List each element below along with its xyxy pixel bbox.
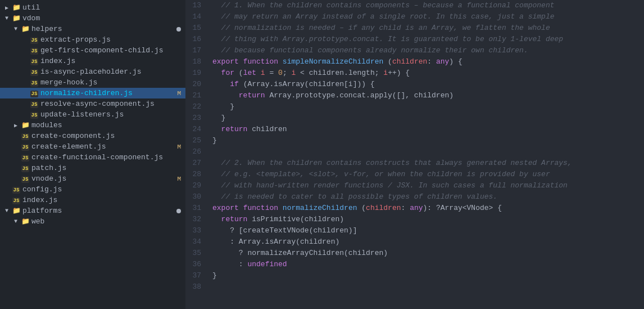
folder-icon: 📁 [11, 3, 21, 12]
sidebar-item-vnode[interactable]: JSvnode.jsM [0, 173, 185, 184]
code-line-content: // with hand-written render functions / … [208, 180, 644, 191]
file-label: extract-props.js [39, 35, 185, 44]
token: = [265, 69, 278, 77]
token: export [212, 57, 239, 66]
token [212, 91, 239, 100]
sidebar-item-normalize-children[interactable]: JSnormalize-children.jsM [0, 88, 185, 98]
token: if [230, 80, 239, 88]
file-label: index.js [21, 196, 185, 204]
line-number: 36 [185, 259, 208, 270]
code-row: 15 // normalization is needed – if any c… [185, 23, 644, 34]
code-line-content: // is needed to cater to all possible ty… [208, 191, 644, 203]
sidebar-item-vdom[interactable]: ▼📁vdom [0, 13, 185, 24]
line-number: 17 [185, 45, 208, 56]
sidebar-item-helpers[interactable]: ▼📁helpers [0, 24, 185, 34]
sidebar-item-resolve-async[interactable]: JSresolve-async-component.js [0, 98, 185, 109]
file-label: update-listeners.js [39, 110, 185, 119]
file-label: config.js [21, 185, 185, 194]
token [212, 69, 221, 77]
sidebar-item-create-element[interactable]: JScreate-element.jsM [0, 141, 185, 152]
folder-arrow-icon: ▶ [11, 122, 20, 129]
modified-badge: M [177, 144, 185, 150]
token: ; [283, 69, 292, 77]
code-line-content: : Array.isArray(children) [208, 236, 644, 248]
line-number: 25 [185, 135, 208, 146]
sidebar-item-config[interactable]: JSconfig.js [0, 184, 185, 195]
token: i [383, 69, 388, 77]
code-row: 38 [185, 281, 644, 293]
token [239, 57, 243, 66]
sidebar-item-web[interactable]: ▼📁web [0, 216, 185, 227]
sidebar-item-merge-hook[interactable]: JSmerge-hook.js [0, 77, 185, 88]
modified-badge: M [177, 90, 185, 97]
token: any [436, 57, 449, 66]
js-file-icon: JS [29, 79, 39, 87]
folder-label: platforms [21, 207, 176, 215]
folder-arrow-icon: ▼ [2, 208, 11, 214]
js-file-icon: JS [11, 196, 21, 204]
sidebar-item-modules[interactable]: ▶📁modules [0, 120, 185, 131]
code-row: 17 // because functional components alre… [185, 45, 644, 56]
sidebar-item-extract-props[interactable]: JSextract-props.js [0, 34, 185, 45]
token: ( [383, 57, 392, 66]
token: undefined [247, 260, 287, 268]
line-number: 24 [185, 124, 208, 135]
sidebar-item-create-functional[interactable]: JScreate-functional-component.js [0, 152, 185, 163]
token: for [221, 69, 234, 77]
modified-dot-badge [176, 209, 181, 213]
token: ? [createTextVNode(children)] [212, 226, 357, 235]
code-line-content: // e.g. <template>, <slot>, v-for, or wh… [208, 169, 644, 180]
token: isPrimitive(children) [247, 215, 344, 223]
code-content-area: 13 // 1. When the children contains comp… [185, 0, 644, 293]
token [239, 204, 243, 212]
code-line-content: // thing with Array.prototype.concat. It… [208, 34, 644, 45]
line-number: 21 [185, 90, 208, 101]
token: ): ?Array<VNode> { [423, 204, 502, 212]
code-line-content: for (let i = 0; i < children.length; i++… [208, 68, 644, 79]
code-line-content: export function simpleNormalizeChildren … [208, 56, 644, 68]
js-file-icon: JS [20, 143, 30, 151]
code-line-content: return isPrimitive(children) [208, 214, 644, 225]
code-row: 19 for (let i = 0; i < children.length; … [185, 68, 644, 79]
code-row: 24 return children [185, 124, 644, 135]
token: // normalization is needed – if any chil… [212, 24, 550, 32]
folder-arrow-icon: ▼ [2, 15, 11, 21]
file-label: merge-hook.js [39, 78, 185, 87]
token: normalizeChildren [283, 204, 357, 212]
sidebar-item-get-first[interactable]: JSget-first-component-child.js [0, 45, 185, 56]
code-line-content: // 2. When the children contains constru… [208, 158, 644, 169]
sidebar-item-platforms[interactable]: ▼📁platforms [0, 205, 185, 216]
token: ( [357, 204, 366, 212]
token: children [366, 204, 401, 212]
sidebar-item-util[interactable]: ▶📁util [0, 2, 185, 13]
js-file-icon: JS [20, 132, 30, 140]
token: : Array.isArray(children) [212, 238, 339, 246]
token: return [221, 215, 248, 223]
code-line-content: // because functional components already… [208, 45, 644, 56]
code-line-content: // may return an Array instead of a sing… [208, 11, 644, 23]
file-label: create-functional-component.js [30, 153, 185, 162]
line-number: 20 [185, 79, 208, 90]
folder-arrow-icon: ▼ [11, 218, 20, 225]
token: ( [234, 69, 243, 77]
line-number: 38 [185, 281, 208, 293]
sidebar-item-index1[interactable]: JSindex.js [0, 56, 185, 66]
sidebar-item-index2[interactable]: JSindex.js [0, 195, 185, 205]
sidebar-item-update-listeners[interactable]: JSupdate-listeners.js [0, 109, 185, 120]
code-line-content: } [208, 113, 644, 124]
code-editor: 13 // 1. When the children contains comp… [185, 0, 644, 309]
file-label: patch.js [30, 164, 185, 172]
token: function [243, 57, 278, 66]
code-line-content: } [208, 101, 644, 113]
sidebar-item-create-component[interactable]: JScreate-component.js [0, 131, 185, 141]
sidebar-item-is-async[interactable]: JSis-async-placeholder.js [0, 66, 185, 77]
js-file-icon: JS [20, 154, 30, 162]
line-number: 27 [185, 158, 208, 169]
folder-icon: 📁 [20, 121, 30, 129]
sidebar-item-patch[interactable]: JSpatch.js [0, 163, 185, 173]
js-file-icon: JS [29, 36, 39, 44]
token: ++) { [388, 69, 410, 77]
js-file-icon: JS [29, 111, 39, 119]
token: (Array.isArray(children[i])) { [239, 80, 375, 88]
js-file-icon: JS [11, 186, 21, 194]
